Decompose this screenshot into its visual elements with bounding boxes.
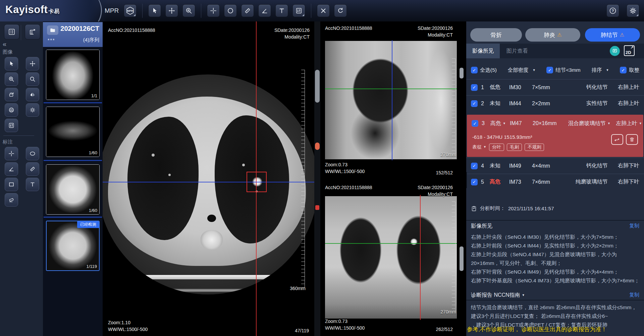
window-level: WW/WL:1500/-500 bbox=[108, 327, 148, 332]
delete-annotation-button[interactable] bbox=[317, 4, 330, 17]
sb-eraser-annot[interactable] bbox=[5, 193, 18, 207]
cursor-tool-button[interactable] bbox=[148, 4, 161, 17]
series-thumbnail-1[interactable]: 1/1 bbox=[46, 50, 100, 100]
sb-magnify-tool[interactable] bbox=[26, 72, 39, 86]
sagittal-position-handle[interactable] bbox=[315, 143, 320, 150]
sb-rectangle-annot[interactable] bbox=[5, 178, 18, 191]
sb-crosshair-annot[interactable] bbox=[5, 147, 18, 160]
series-thumbnail-4-selected[interactable]: 已经检测 1/119 bbox=[46, 221, 100, 271]
round-filter[interactable]: 取整 bbox=[620, 67, 639, 74]
coronal-reference-line[interactable] bbox=[103, 182, 314, 182]
text-tool-button[interactable] bbox=[275, 4, 288, 17]
nodule-row-3-header[interactable]: 3 高危 IM47 20×16mm 混合磨玻璃结节 左肺上叶 bbox=[467, 115, 643, 132]
select-all-filter[interactable]: 全选(5) bbox=[471, 67, 497, 74]
coronal-scrollbar-thumb[interactable] bbox=[460, 246, 464, 271]
collapse-panel-chevron[interactable]: « bbox=[3, 40, 6, 48]
coronal-position-handle[interactable] bbox=[315, 205, 319, 210]
copy-report-button[interactable]: 复制 bbox=[629, 292, 639, 298]
segmentation-button[interactable] bbox=[611, 134, 623, 145]
window-level-tool-button[interactable] bbox=[292, 4, 305, 17]
mpr-layout-button[interactable]: MPR bbox=[124, 4, 137, 17]
trait-tag[interactable]: 不规则 bbox=[525, 144, 544, 151]
slice-scrollbar[interactable] bbox=[314, 21, 320, 336]
series-header[interactable]: 20200126CT *** (4)序列 bbox=[43, 22, 103, 47]
sort-dropdown[interactable]: 排序 bbox=[591, 67, 609, 74]
row-checkbox[interactable] bbox=[471, 163, 478, 169]
zoom-in-tool-button[interactable] bbox=[182, 4, 195, 17]
nodule-location-dropdown[interactable]: 左肺上叶 bbox=[614, 120, 642, 127]
angle-tool-button[interactable] bbox=[258, 4, 271, 17]
tab-pneumonia[interactable]: 肺炎 ⚠ bbox=[525, 28, 580, 42]
pan-tool-button[interactable] bbox=[165, 4, 178, 17]
tab-fracture[interactable]: 骨折 bbox=[470, 28, 522, 42]
axial-reference-line[interactable] bbox=[392, 40, 392, 160]
copy-findings-button[interactable]: 复制 bbox=[629, 223, 639, 229]
close-layout-button[interactable] bbox=[25, 24, 40, 40]
ellipse-tool-button[interactable] bbox=[224, 4, 237, 17]
delete-nodule-button[interactable] bbox=[626, 134, 638, 145]
sb-flip-tool[interactable] bbox=[26, 88, 39, 101]
sb-rotate-tool[interactable] bbox=[5, 88, 18, 101]
risk-level-dropdown[interactable]: 高危 bbox=[490, 120, 506, 127]
row-checkbox[interactable] bbox=[471, 179, 478, 185]
sb-pan-tool[interactable] bbox=[26, 57, 39, 70]
sb-brightness-tool[interactable] bbox=[26, 103, 39, 117]
nodule-row-1[interactable]: 1 低危 IM30 7×5mm 钙化结节 右肺上叶 bbox=[466, 79, 644, 95]
small-nodule-checkbox[interactable] bbox=[546, 67, 553, 73]
coronal-viewport[interactable]: AccNO:202101158888 SDate:20200126 Modali… bbox=[320, 181, 466, 336]
slice-position: 262/512 bbox=[436, 327, 453, 332]
row-checkbox[interactable] bbox=[472, 120, 478, 127]
row-checkbox[interactable] bbox=[471, 84, 478, 91]
report-chat-icon[interactable] bbox=[610, 46, 620, 56]
series-thumbnail-3[interactable]: 1/60 bbox=[46, 164, 100, 215]
sb-angle-annot[interactable] bbox=[5, 162, 18, 176]
ruler-tool-button[interactable] bbox=[241, 4, 254, 17]
tab-image-findings[interactable]: 影像所见 bbox=[466, 44, 500, 58]
sb-invert-tool[interactable] bbox=[5, 103, 18, 117]
small-nodule-filter[interactable]: 结节<3mm bbox=[546, 67, 581, 74]
help-button[interactable]: ? bbox=[606, 4, 619, 17]
nodule-type-dropdown[interactable]: 混合磨玻璃结节 bbox=[568, 120, 610, 127]
axial-plane-line[interactable] bbox=[325, 243, 457, 244]
nodule-row-3-selected[interactable]: 3 高危 IM47 20×16mm 混合磨玻璃结节 左肺上叶 -618 - 34… bbox=[467, 115, 643, 157]
report-section-title[interactable]: 诊断报告 NCCN指南 bbox=[471, 292, 525, 299]
axial-viewport[interactable]: AccNO:202101158888 SDate:20200126 Modali… bbox=[103, 21, 314, 336]
nodule-row-5[interactable]: 5 高危 IM73 7×6mm 纯磨玻璃结节 右肺下叶 bbox=[466, 174, 644, 190]
density-filter-dropdown[interactable]: 全部密度 bbox=[508, 67, 536, 74]
round-checkbox[interactable] bbox=[620, 67, 627, 73]
series-thumbnail-2[interactable]: 1/60 bbox=[46, 107, 100, 157]
panel-expand-handle[interactable]: › bbox=[466, 172, 467, 188]
select-all-checkbox[interactable] bbox=[471, 67, 478, 73]
axial-plane-line[interactable] bbox=[325, 89, 457, 89]
tab-lung-nodule[interactable]: 肺结节 ⚠ bbox=[585, 28, 640, 42]
nodule-row-2[interactable]: 2 未知 IM44 2×2mm 实性结节 右肺上叶 bbox=[466, 95, 644, 111]
crosshair-tool-button[interactable] bbox=[207, 4, 220, 17]
reset-button[interactable] bbox=[334, 4, 347, 17]
trait-tag[interactable]: 毛刺 bbox=[507, 144, 522, 151]
nodule-row-4[interactable]: 4 未知 IM49 4×4mm 钙化结节 右肺下叶 bbox=[466, 158, 644, 174]
detected-badge: 已经检测 bbox=[77, 221, 99, 228]
folder-icon[interactable] bbox=[47, 25, 58, 35]
sb-zoom-in-tool[interactable] bbox=[5, 72, 18, 86]
tab-picture-view[interactable]: 图片查看 bbox=[500, 44, 534, 58]
sagittal-scrollbar-thumb[interactable] bbox=[460, 68, 464, 78]
mpr-icon-text: MPR bbox=[127, 9, 133, 12]
sb-cursor-tool[interactable] bbox=[5, 57, 18, 70]
series-list-button[interactable] bbox=[4, 24, 19, 40]
sb-window-level-tool[interactable] bbox=[5, 119, 18, 132]
sagittal-reference-line[interactable] bbox=[420, 195, 421, 320]
thumbnail-slice-count: 1/60 bbox=[89, 150, 97, 155]
sb-text-annot[interactable] bbox=[26, 178, 39, 191]
view-tab-bar: 影像所见 图片查看 2D bbox=[466, 44, 644, 58]
row-checkbox[interactable] bbox=[471, 100, 478, 107]
nodule-roi-box[interactable] bbox=[247, 172, 267, 192]
sb-ellipse-annot[interactable] bbox=[26, 147, 39, 160]
nodule-size: 2×2mm bbox=[532, 101, 564, 107]
sb-ruler-annot[interactable] bbox=[26, 162, 39, 176]
2d-view-icon[interactable]: 2D bbox=[624, 45, 635, 56]
scrollbar-thumb[interactable] bbox=[315, 70, 320, 103]
traits-dropdown[interactable]: 表征 bbox=[472, 144, 486, 150]
sagittal-viewport[interactable]: AccNO:202101158888 SDate:20200126 Modali… bbox=[320, 21, 466, 179]
settings-button[interactable] bbox=[627, 4, 639, 17]
trait-tag[interactable]: 分叶 bbox=[489, 144, 504, 151]
